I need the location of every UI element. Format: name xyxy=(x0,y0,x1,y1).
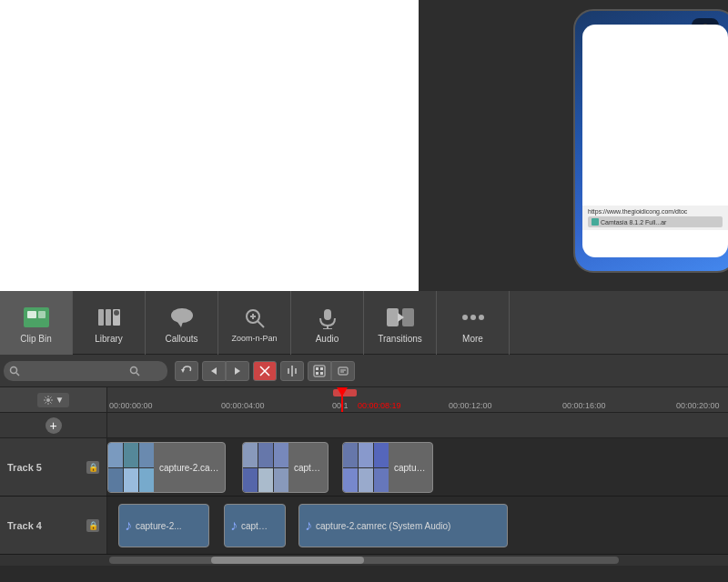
time-mark-0: 00:00:00:00 xyxy=(109,401,153,410)
scrollbar-track xyxy=(109,557,619,564)
svg-point-6 xyxy=(114,310,119,316)
track-4-clip-1[interactable]: ♪ capture-2... xyxy=(118,504,209,547)
audio-icon xyxy=(313,305,342,330)
media-button[interactable] xyxy=(308,361,331,381)
track-5-clip-3[interactable]: capture… xyxy=(342,442,433,493)
svg-point-19 xyxy=(462,315,468,320)
add-track-spacer xyxy=(107,413,728,437)
track-5-clip-1[interactable]: capture-2.cam… xyxy=(107,442,226,493)
time-mark-4: 00:00:16:00 xyxy=(562,401,606,410)
more-label: More xyxy=(462,334,483,345)
toolbar-transitions[interactable]: Transitions xyxy=(364,291,437,355)
time-mark-5: 00:00:20:00 xyxy=(676,401,720,410)
settings-label: ▼ xyxy=(56,395,65,405)
horizontal-scrollbar[interactable] xyxy=(0,555,728,566)
preview-canvas xyxy=(0,0,419,291)
clip-2-label: capture-2.ca… xyxy=(288,463,328,473)
svg-point-22 xyxy=(11,366,17,373)
add-track-button[interactable]: + xyxy=(0,413,107,437)
svg-rect-13 xyxy=(324,309,331,320)
timeline-area: ▼ 00:00:00:00 00:00:04:00 00:1 00:00:08:… xyxy=(0,387,728,566)
audio-clip-2-label: capt… xyxy=(241,521,268,531)
transitions-icon xyxy=(386,305,415,330)
track-4-content: ♪ capture-2... ♪ capt… ♪ capture-2.camre… xyxy=(107,497,728,554)
svg-rect-37 xyxy=(316,372,318,375)
clip-2-inner: ♪ capt… xyxy=(225,505,273,547)
time-mark-1: 00:00:04:00 xyxy=(221,401,265,410)
clip-3-inner: ♪ capture-2.camrec (System Audio) xyxy=(299,505,456,547)
toolbar-library[interactable]: Library xyxy=(73,291,146,355)
playhead-timescale xyxy=(341,387,343,412)
svg-line-10 xyxy=(258,321,264,327)
timescale-row: ▼ 00:00:00:00 00:00:04:00 00:1 00:00:08:… xyxy=(0,387,728,413)
track-5-name: Track 5 xyxy=(7,462,83,473)
svg-rect-39 xyxy=(339,367,348,375)
track-5-lock[interactable]: 🔒 xyxy=(86,461,99,474)
media-buttons xyxy=(308,361,355,381)
captions-button[interactable] xyxy=(331,361,355,381)
svg-rect-34 xyxy=(314,366,325,376)
undo-button[interactable] xyxy=(175,361,198,381)
music-note-2: ♪ xyxy=(230,517,238,534)
audio-clip-1-label: capture-2... xyxy=(136,521,182,531)
track-5-header: Track 5 🔒 xyxy=(0,438,107,496)
toolbar-audio[interactable]: Audio xyxy=(291,291,364,355)
playhead-marker xyxy=(337,387,348,396)
phone-screen: https://www.thegioidicong.com/dtoc Camta… xyxy=(582,25,728,257)
prev-button[interactable] xyxy=(202,361,226,381)
time-mark-2: 00:1 xyxy=(332,401,349,410)
audio-label: Audio xyxy=(316,334,339,345)
toolbar-more[interactable]: More xyxy=(437,291,510,355)
track-5-content: capture-2.cam… capture-2.ca… xyxy=(107,438,728,496)
music-note-1: ♪ xyxy=(125,517,132,534)
callouts-icon xyxy=(167,305,197,330)
svg-rect-3 xyxy=(98,309,104,326)
svg-rect-36 xyxy=(320,367,323,370)
track-header-spacer: ▼ xyxy=(0,387,107,412)
music-note-3: ♪ xyxy=(305,517,312,534)
timeline-controls xyxy=(0,355,728,387)
toolbar: Clip Bin Library Callouts xyxy=(0,291,728,355)
more-icon xyxy=(459,305,488,330)
svg-rect-16 xyxy=(387,308,399,326)
split-button[interactable] xyxy=(280,361,304,381)
search-input[interactable] xyxy=(20,366,129,376)
track-4-lock[interactable]: 🔒 xyxy=(86,519,99,532)
svg-line-23 xyxy=(16,373,19,376)
preview-area: https://www.thegioidicong.com/dtoc Camta… xyxy=(0,0,728,291)
toolbar-zoom-n-pan[interactable]: Zoom-n-Pan xyxy=(218,291,291,355)
track-4-clip-2[interactable]: ♪ capt… xyxy=(224,504,286,547)
time-mark-3: 00:00:12:00 xyxy=(449,401,492,410)
svg-rect-1 xyxy=(27,311,36,318)
browser-tab: Camtasia 8.1.2 Full...ar xyxy=(588,216,723,227)
svg-point-20 xyxy=(470,315,476,320)
track-5-clip-2[interactable]: capture-2.ca… xyxy=(242,442,329,493)
clip-bin-icon xyxy=(22,305,51,330)
search-icon-right xyxy=(129,366,140,376)
track-5-row: Track 5 🔒 capture-2.cam… xyxy=(0,438,728,497)
track-4-row: Track 4 🔒 ♪ capture-2... ♪ capt… xyxy=(0,497,728,555)
svg-rect-2 xyxy=(38,311,46,318)
track-4-clip-3[interactable]: ♪ capture-2.camrec (System Audio) xyxy=(298,504,508,547)
library-icon xyxy=(95,305,124,330)
toolbar-callouts[interactable]: Callouts xyxy=(146,291,218,355)
clip-3-label: capture… xyxy=(389,463,432,473)
scrollbar-thumb[interactable] xyxy=(211,557,364,564)
clip-1-thumbnail xyxy=(108,443,154,492)
toolbar-clip-bin[interactable]: Clip Bin xyxy=(0,291,73,355)
phone-mockup: https://www.thegioidicong.com/dtoc Camta… xyxy=(573,9,728,273)
callouts-label: Callouts xyxy=(165,334,197,345)
clip-2-thumbnail xyxy=(243,443,288,492)
clip-3-thumbnail xyxy=(343,443,389,492)
clip-bin-label: Clip Bin xyxy=(20,334,51,345)
settings-button[interactable]: ▼ xyxy=(37,393,70,407)
svg-marker-28 xyxy=(235,367,240,375)
camtasia-favicon xyxy=(592,218,599,226)
clip-1-inner: ♪ capture-2... xyxy=(119,505,187,547)
library-label: Library xyxy=(95,334,123,345)
search-icon xyxy=(9,366,20,376)
svg-rect-4 xyxy=(106,309,111,326)
svg-marker-27 xyxy=(211,367,217,375)
cut-button[interactable] xyxy=(253,361,277,381)
next-button[interactable] xyxy=(226,361,249,381)
